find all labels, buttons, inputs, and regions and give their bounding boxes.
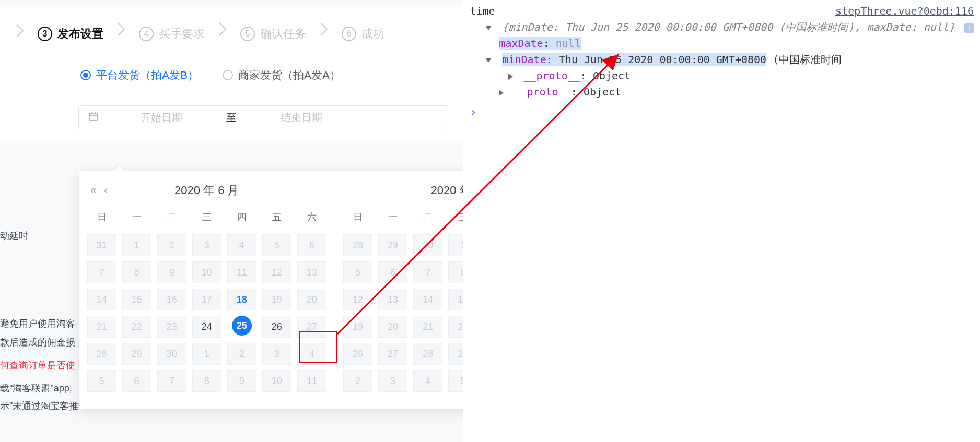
calendar-day[interactable]: 27: [378, 343, 407, 365]
calendar-day[interactable]: 22: [448, 316, 463, 338]
expand-right-icon[interactable]: [508, 74, 513, 80]
calendar-day[interactable]: 29: [122, 343, 151, 365]
calendar-day[interactable]: 6: [297, 234, 326, 256]
calendar-day[interactable]: 11: [297, 370, 326, 392]
calendar-day[interactable]: 27: [297, 316, 326, 338]
prev-month-icon[interactable]: ‹: [104, 184, 108, 197]
calendar-day[interactable]: 13: [297, 261, 326, 283]
calendar-day[interactable]: 1: [448, 234, 463, 256]
calendar-day[interactable]: 7: [413, 261, 442, 283]
calendar-day[interactable]: 11: [227, 261, 256, 283]
calendar-day[interactable]: 28: [413, 343, 442, 365]
console-key-mindate[interactable]: minDate: [502, 53, 546, 66]
calendar-day[interactable]: 29: [378, 234, 407, 256]
calendar-day[interactable]: 4: [297, 343, 326, 365]
calendar-day[interactable]: 2: [343, 370, 372, 392]
step-label: 成功: [361, 26, 384, 42]
calendar-day[interactable]: 19: [343, 316, 372, 338]
day-of-week-header: 三: [446, 208, 463, 226]
calendar-day[interactable]: 5: [448, 370, 463, 392]
expand-down-icon[interactable]: [485, 26, 492, 30]
calendar-day[interactable]: 21: [87, 316, 116, 338]
calendar-day[interactable]: 4: [413, 370, 442, 392]
calendar-day[interactable]: 8: [448, 261, 463, 283]
expand-down-icon[interactable]: [485, 58, 492, 63]
calendar-day[interactable]: 5: [262, 234, 291, 256]
step-item[interactable]: 4买手要求: [134, 26, 210, 42]
calendar-day[interactable]: 8: [122, 261, 151, 283]
console-prompt-icon[interactable]: ›: [470, 100, 974, 118]
calendar-day[interactable]: 15: [448, 289, 463, 310]
calendar-day[interactable]: 16: [157, 289, 186, 310]
step-item[interactable]: 3发布设置: [32, 26, 109, 42]
calendar-day[interactable]: 20: [378, 316, 407, 338]
calendar-day[interactable]: 28: [87, 343, 116, 365]
calendar-day[interactable]: 1: [122, 234, 151, 256]
calendar-day[interactable]: 15: [122, 289, 151, 310]
calendar-day[interactable]: 4: [227, 234, 256, 256]
console-key-proto[interactable]: __proto__: [514, 86, 570, 98]
calendar-day[interactable]: 3: [262, 343, 291, 365]
calendar-day[interactable]: 10: [192, 261, 221, 283]
step-item[interactable]: 5确认任务: [235, 26, 311, 42]
calendar-day[interactable]: 28: [343, 234, 372, 256]
calendar-day[interactable]: 8: [192, 370, 221, 392]
step-item[interactable]: 6成功: [336, 26, 390, 42]
calendar-day[interactable]: 7: [157, 370, 186, 392]
info-badge-icon[interactable]: i: [964, 23, 974, 33]
start-date-field[interactable]: [109, 112, 214, 124]
calendar-day[interactable]: 1: [192, 343, 221, 365]
shipping-option[interactable]: 平台发货（拍A发B）: [80, 68, 199, 82]
calendar-day[interactable]: 24: [192, 316, 221, 338]
calendar-day[interactable]: 2: [157, 234, 186, 256]
prev-year-icon[interactable]: «: [90, 184, 97, 197]
calendar-day[interactable]: 6: [378, 261, 407, 283]
shipping-option[interactable]: 商家发货（拍A发A）: [223, 68, 341, 82]
calendar-day[interactable]: 5: [87, 370, 116, 392]
calendar-day[interactable]: 26: [262, 316, 291, 338]
side-text: 款后造成的佣金损: [0, 336, 75, 349]
console-key-proto[interactable]: __proto__: [523, 69, 580, 82]
calendar-day[interactable]: 23: [157, 316, 186, 338]
calendar-day[interactable]: 5: [343, 261, 372, 283]
calendar-day[interactable]: 17: [192, 289, 221, 310]
calendar-day[interactable]: 26: [343, 343, 372, 365]
calendar-day[interactable]: 2: [227, 343, 256, 365]
calendar-day[interactable]: 7: [87, 261, 116, 283]
calendar-day[interactable]: 10: [262, 370, 291, 392]
calendar-day[interactable]: 13: [378, 289, 407, 310]
calendar-day-selected[interactable]: 25: [232, 316, 252, 336]
calendar-day[interactable]: 30: [157, 343, 186, 365]
calendar-day[interactable]: 20: [297, 289, 326, 310]
month-panel-right: 2020 年 7 月 › » 日一二三四五六 28293012345678910…: [335, 171, 463, 409]
calendar-day[interactable]: 31: [87, 234, 116, 256]
console-log-label: time: [470, 5, 495, 17]
step-label: 确认任务: [260, 26, 306, 42]
calendar-day[interactable]: 9: [157, 261, 186, 283]
calendar-day[interactable]: 19: [262, 289, 291, 310]
calendar-day[interactable]: 29: [448, 343, 463, 365]
step-divider-icon: [320, 29, 328, 38]
side-text-link[interactable]: 何查询订单是否使: [0, 359, 75, 372]
month-title-right: 2020 年 7 月: [430, 183, 463, 198]
console-key-maxdate[interactable]: maxDate: [499, 37, 543, 50]
calendar-day[interactable]: 12: [343, 289, 372, 310]
calendar-day[interactable]: 22: [122, 316, 151, 338]
calendar-day[interactable]: 21: [413, 316, 442, 338]
side-text: 示"未通过淘宝客推: [0, 400, 78, 412]
calendar-day[interactable]: 3: [192, 234, 221, 256]
expand-right-icon[interactable]: [499, 90, 504, 96]
calendar-day[interactable]: 9: [227, 370, 256, 392]
calendar-day[interactable]: 3: [378, 370, 407, 392]
calendar-day-today[interactable]: 18: [227, 289, 256, 310]
calendar-day[interactable]: 6: [122, 370, 151, 392]
end-date-field[interactable]: [249, 112, 354, 124]
date-range-input[interactable]: 至: [78, 105, 448, 129]
calendar-day[interactable]: 14: [87, 289, 116, 310]
day-of-week-header: 五: [259, 208, 294, 226]
console-source-link[interactable]: stepThree.vue?0ebd:116: [835, 3, 974, 19]
calendar-day[interactable]: 30: [413, 234, 442, 256]
calendar-day[interactable]: 12: [262, 261, 291, 283]
console-object-summary: {minDate: Thu Jun 25 2020 00:00:00 GMT+0…: [502, 21, 955, 33]
calendar-day[interactable]: 14: [413, 289, 442, 310]
